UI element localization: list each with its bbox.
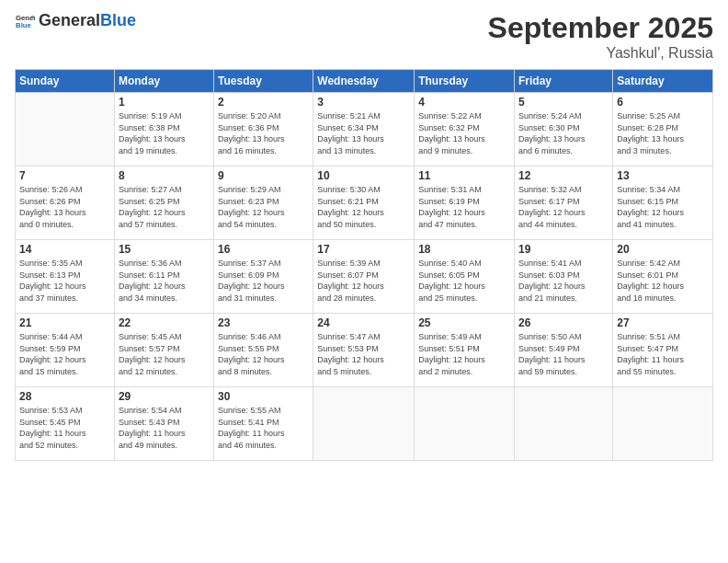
day-info: Sunrise: 5:22 AM Sunset: 6:32 PM Dayligh… [418,110,510,156]
day-info: Sunrise: 5:21 AM Sunset: 6:34 PM Dayligh… [317,110,410,156]
calendar-cell: 17Sunrise: 5:39 AM Sunset: 6:07 PM Dayli… [313,240,415,314]
calendar-cell: 2Sunrise: 5:20 AM Sunset: 6:36 PM Daylig… [214,93,313,167]
day-info: Sunrise: 5:30 AM Sunset: 6:21 PM Dayligh… [317,184,410,230]
day-info: Sunrise: 5:40 AM Sunset: 6:05 PM Dayligh… [418,258,510,304]
day-of-week-header: Wednesday [313,70,415,93]
calendar-cell: 11Sunrise: 5:31 AM Sunset: 6:19 PM Dayli… [415,167,515,240]
calendar-cell: 10Sunrise: 5:30 AM Sunset: 6:21 PM Dayli… [313,167,415,240]
calendar-cell: 8Sunrise: 5:27 AM Sunset: 6:25 PM Daylig… [114,167,213,240]
day-of-week-header: Tuesday [214,70,313,93]
calendar-header-row: SundayMondayTuesdayWednesdayThursdayFrid… [16,70,713,93]
day-number: 14 [19,243,110,256]
day-number: 17 [317,243,410,256]
day-info: Sunrise: 5:46 AM Sunset: 5:55 PM Dayligh… [218,331,309,377]
calendar-cell: 25Sunrise: 5:49 AM Sunset: 5:51 PM Dayli… [415,314,515,387]
day-number: 18 [418,243,510,256]
calendar-cell: 18Sunrise: 5:40 AM Sunset: 6:05 PM Dayli… [415,240,515,314]
calendar-body: 1Sunrise: 5:19 AM Sunset: 6:38 PM Daylig… [16,93,713,461]
calendar-cell: 5Sunrise: 5:24 AM Sunset: 6:30 PM Daylig… [515,93,613,167]
logo-icon: General Blue [15,11,35,31]
logo-general: General [39,11,100,29]
calendar-cell [313,387,415,461]
calendar-cell: 14Sunrise: 5:35 AM Sunset: 6:13 PM Dayli… [16,240,115,314]
day-number: 23 [218,316,309,329]
day-number: 21 [19,316,110,329]
calendar-cell: 19Sunrise: 5:41 AM Sunset: 6:03 PM Dayli… [515,240,613,314]
day-info: Sunrise: 5:54 AM Sunset: 5:43 PM Dayligh… [119,405,210,451]
day-number: 15 [119,243,210,256]
day-number: 12 [518,169,609,182]
month-title: September 2025 [488,11,713,45]
calendar-table: SundayMondayTuesdayWednesdayThursdayFrid… [15,69,713,461]
calendar-cell: 21Sunrise: 5:44 AM Sunset: 5:59 PM Dayli… [16,314,115,387]
title-block: September 2025 Yashkul', Russia [488,11,713,62]
calendar-cell: 16Sunrise: 5:37 AM Sunset: 6:09 PM Dayli… [214,240,313,314]
day-number: 13 [617,169,709,182]
day-number: 2 [218,96,309,109]
day-info: Sunrise: 5:36 AM Sunset: 6:11 PM Dayligh… [119,258,210,304]
day-number: 19 [518,243,609,256]
day-of-week-header: Saturday [613,70,713,93]
day-info: Sunrise: 5:32 AM Sunset: 6:17 PM Dayligh… [518,184,609,230]
calendar-cell: 29Sunrise: 5:54 AM Sunset: 5:43 PM Dayli… [114,387,213,461]
day-info: Sunrise: 5:53 AM Sunset: 5:45 PM Dayligh… [19,405,110,451]
calendar-cell: 9Sunrise: 5:29 AM Sunset: 6:23 PM Daylig… [214,167,313,240]
day-number: 7 [19,169,110,182]
day-info: Sunrise: 5:34 AM Sunset: 6:15 PM Dayligh… [617,184,709,230]
day-number: 29 [119,390,210,403]
day-info: Sunrise: 5:47 AM Sunset: 5:53 PM Dayligh… [317,331,410,377]
day-info: Sunrise: 5:41 AM Sunset: 6:03 PM Dayligh… [518,258,609,304]
day-of-week-header: Monday [114,70,213,93]
day-info: Sunrise: 5:35 AM Sunset: 6:13 PM Dayligh… [19,258,110,304]
day-info: Sunrise: 5:55 AM Sunset: 5:41 PM Dayligh… [218,405,309,451]
calendar-cell: 22Sunrise: 5:45 AM Sunset: 5:57 PM Dayli… [114,314,213,387]
day-info: Sunrise: 5:51 AM Sunset: 5:47 PM Dayligh… [617,331,709,377]
day-info: Sunrise: 5:39 AM Sunset: 6:07 PM Dayligh… [317,258,410,304]
calendar-week-row: 7Sunrise: 5:26 AM Sunset: 6:26 PM Daylig… [16,167,713,240]
calendar-cell: 27Sunrise: 5:51 AM Sunset: 5:47 PM Dayli… [613,314,713,387]
day-info: Sunrise: 5:25 AM Sunset: 6:28 PM Dayligh… [617,110,709,156]
day-number: 24 [317,316,410,329]
calendar-cell: 12Sunrise: 5:32 AM Sunset: 6:17 PM Dayli… [515,167,613,240]
calendar-cell: 1Sunrise: 5:19 AM Sunset: 6:38 PM Daylig… [114,93,213,167]
day-info: Sunrise: 5:26 AM Sunset: 6:26 PM Dayligh… [19,184,110,230]
svg-text:Blue: Blue [16,21,31,29]
calendar-cell: 6Sunrise: 5:25 AM Sunset: 6:28 PM Daylig… [613,93,713,167]
calendar-cell: 20Sunrise: 5:42 AM Sunset: 6:01 PM Dayli… [613,240,713,314]
day-number: 6 [617,96,709,109]
day-number: 26 [518,316,609,329]
day-number: 3 [317,96,410,109]
location-subtitle: Yashkul', Russia [488,45,713,62]
day-number: 25 [418,316,510,329]
day-info: Sunrise: 5:44 AM Sunset: 5:59 PM Dayligh… [19,331,110,377]
calendar-week-row: 28Sunrise: 5:53 AM Sunset: 5:45 PM Dayli… [16,387,713,461]
calendar-cell [16,93,115,167]
day-info: Sunrise: 5:42 AM Sunset: 6:01 PM Dayligh… [617,258,709,304]
calendar-cell: 13Sunrise: 5:34 AM Sunset: 6:15 PM Dayli… [613,167,713,240]
calendar-cell: 7Sunrise: 5:26 AM Sunset: 6:26 PM Daylig… [16,167,115,240]
calendar-week-row: 14Sunrise: 5:35 AM Sunset: 6:13 PM Dayli… [16,240,713,314]
day-info: Sunrise: 5:19 AM Sunset: 6:38 PM Dayligh… [119,110,210,156]
day-info: Sunrise: 5:27 AM Sunset: 6:25 PM Dayligh… [119,184,210,230]
day-of-week-header: Thursday [415,70,515,93]
day-number: 11 [418,169,510,182]
day-number: 27 [617,316,709,329]
day-number: 28 [19,390,110,403]
calendar-cell: 23Sunrise: 5:46 AM Sunset: 5:55 PM Dayli… [214,314,313,387]
calendar-cell: 28Sunrise: 5:53 AM Sunset: 5:45 PM Dayli… [16,387,115,461]
day-info: Sunrise: 5:29 AM Sunset: 6:23 PM Dayligh… [218,184,309,230]
day-number: 4 [418,96,510,109]
page-header: General Blue GeneralBlue September 2025 … [15,11,713,62]
calendar-cell [515,387,613,461]
day-info: Sunrise: 5:37 AM Sunset: 6:09 PM Dayligh… [218,258,309,304]
day-info: Sunrise: 5:31 AM Sunset: 6:19 PM Dayligh… [418,184,510,230]
calendar-cell: 26Sunrise: 5:50 AM Sunset: 5:49 PM Dayli… [515,314,613,387]
day-number: 22 [119,316,210,329]
day-info: Sunrise: 5:24 AM Sunset: 6:30 PM Dayligh… [518,110,609,156]
day-info: Sunrise: 5:20 AM Sunset: 6:36 PM Dayligh… [218,110,309,156]
day-number: 30 [218,390,309,403]
logo: General Blue GeneralBlue [15,11,136,31]
day-number: 8 [119,169,210,182]
calendar-cell: 24Sunrise: 5:47 AM Sunset: 5:53 PM Dayli… [313,314,415,387]
logo-text: GeneralBlue [39,12,136,30]
